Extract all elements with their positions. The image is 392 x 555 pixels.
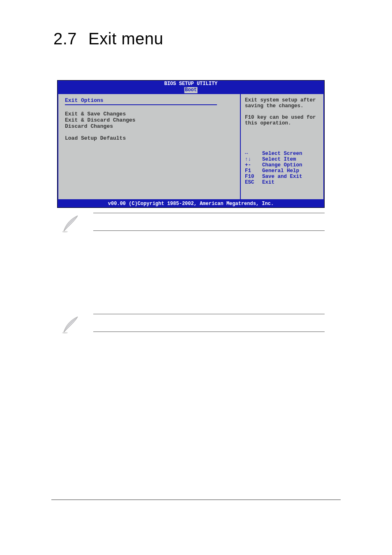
bios-body: Exit Options Exit & Save Changes Exit & … [58, 93, 324, 200]
bios-nav-legend: ↔Select Screen ↑↓Select Item +-Change Op… [245, 151, 320, 185]
section-number: 2.7 [53, 30, 77, 48]
bios-title-bar: BIOS SETUP UTILITY [58, 81, 324, 87]
bios-nav-label: Select Screen [262, 151, 302, 157]
bios-section-title: Exit Options [65, 97, 235, 104]
bios-nav-label: Change Option [262, 162, 302, 168]
bios-item-discard[interactable]: Discard Changes [65, 123, 235, 129]
bios-right-panel: Exit system setup after saving the chang… [240, 93, 324, 200]
bios-item-load-defaults[interactable]: Load Setup Defaults [65, 135, 235, 141]
note-text-2 [93, 312, 325, 334]
bios-nav-row: +-Change Option [245, 162, 320, 168]
page-title: 2.7Exit menu [53, 30, 163, 48]
bios-footer: v00.00 (C)Copyright 1985-2002, American … [58, 200, 324, 207]
bios-nav-row: ↑↓Select Item [245, 157, 320, 162]
bios-nav-key-esc: ESC [245, 180, 262, 185]
page-footer-divider [51, 500, 341, 500]
quill-icon [61, 213, 82, 234]
svg-point-0 [62, 231, 68, 233]
bios-item-exit-discard[interactable]: Exit & Discard Changes [65, 117, 235, 123]
bios-nav-row: F10Save and Exit [245, 174, 320, 180]
divider [93, 230, 325, 231]
svg-point-1 [62, 332, 68, 334]
section-text: Exit menu [88, 30, 163, 48]
bios-help-text: Exit system setup after saving the chang… [245, 97, 320, 126]
bios-section-underline [65, 104, 217, 105]
bios-nav-label: Exit [262, 180, 274, 185]
bios-nav-row: F1General Help [245, 168, 320, 174]
bios-help-p1: Exit system setup after saving the chang… [245, 97, 320, 109]
bios-nav-key-lr: ↔ [245, 151, 262, 157]
bios-item-exit-save[interactable]: Exit & Save Changes [65, 111, 235, 117]
note-block-2 [57, 312, 325, 334]
bios-nav-key-f1: F1 [245, 168, 262, 174]
bios-nav-label: General Help [262, 168, 299, 174]
bios-left-panel: Exit Options Exit & Save Changes Exit & … [58, 93, 240, 200]
bios-help-p2: F10 key can be used for this operation. [245, 115, 320, 126]
bios-nav-label: Save and Exit [262, 174, 302, 180]
bios-tab-boot[interactable]: Boot [184, 87, 198, 93]
quill-icon [61, 314, 82, 335]
bios-nav-row: ESCExit [245, 180, 320, 185]
bios-screenshot: BIOS SETUP UTILITY Boot Exit Options Exi… [57, 80, 325, 208]
bios-nav-label: Select Item [262, 157, 296, 162]
note-block-1 [57, 211, 325, 233]
note-text-1 [93, 211, 325, 233]
divider [93, 332, 325, 332]
bios-nav-key-pm: +- [245, 162, 262, 168]
bios-nav-key-f10: F10 [245, 174, 262, 180]
bios-tab-row: Boot [58, 87, 324, 93]
bios-nav-row: ↔Select Screen [245, 151, 320, 157]
bios-nav-key-ud: ↑↓ [245, 157, 262, 162]
